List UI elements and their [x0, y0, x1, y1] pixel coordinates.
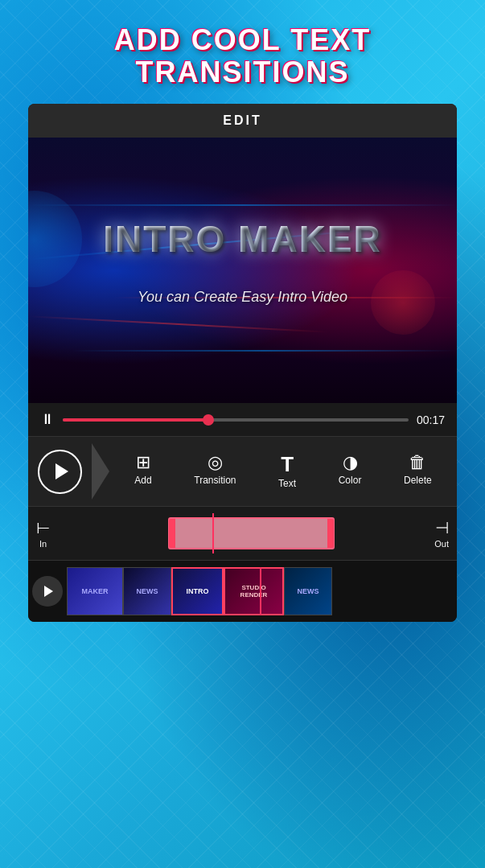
text-label: Text — [278, 478, 296, 489]
film-thumb-1[interactable]: MAKER — [67, 567, 123, 615]
filmstrip-area: MAKER NEWS INTRO STUDIORENDER NE — [28, 560, 457, 622]
add-label: Add — [134, 475, 151, 486]
video-preview: INTRO MAKER You can Create Easy Intro Vi… — [28, 138, 457, 403]
progress-thumb[interactable] — [203, 414, 214, 426]
tool-add[interactable]: ⊞ Add — [134, 454, 151, 489]
color-icon: ◑ — [343, 454, 358, 471]
video-subtitle: You can Create Easy Intro Video — [138, 289, 347, 306]
transition-icon: ◎ — [208, 454, 223, 471]
in-label: In — [39, 539, 47, 549]
clip-block[interactable] — [168, 517, 334, 549]
film-thumb-5-content: NEWS — [285, 568, 331, 615]
video-title: INTRO MAKER — [103, 217, 382, 261]
filmstrip-play-button[interactable] — [32, 576, 63, 607]
time-display: 00:17 — [417, 413, 445, 426]
film-thumb-3-content: INTRO — [173, 569, 222, 614]
filmstrip-play-icon — [44, 586, 53, 597]
toolbar-divider — [92, 443, 109, 500]
film-thumb-3[interactable]: INTRO — [171, 567, 224, 615]
filmstrip-track[interactable]: MAKER NEWS INTRO STUDIORENDER NE — [67, 567, 453, 615]
clip-handle-right[interactable] — [327, 519, 334, 548]
text-icon: T — [281, 454, 294, 475]
tool-items: ⊞ Add ◎ Transition T Text ◑ Color 🗑 Dele… — [109, 454, 457, 489]
transition-label: Transition — [194, 475, 236, 486]
delete-label: Delete — [404, 475, 432, 486]
in-icon: ⊢ — [36, 518, 50, 537]
film-thumb-5[interactable]: NEWS — [284, 567, 332, 615]
film-thumb-1-content: MAKER — [68, 568, 122, 615]
tool-transition[interactable]: ◎ Transition — [194, 454, 236, 489]
tool-color[interactable]: ◑ Color — [339, 454, 362, 489]
playback-bar: ⏸ 00:17 — [28, 403, 457, 436]
tool-delete[interactable]: 🗑 Delete — [404, 454, 432, 489]
toolbar: ⊞ Add ◎ Transition T Text ◑ Color 🗑 Dele… — [28, 436, 457, 506]
play-button[interactable] — [38, 450, 82, 494]
app-frame: EDIT INTRO MAKER You can Create Easy Int… — [28, 104, 457, 622]
timeline-in-button[interactable]: ⊢ In — [28, 518, 58, 549]
pause-button[interactable]: ⏸ — [40, 411, 55, 428]
film-thumb-4-content: STUDIORENDER — [225, 569, 282, 614]
film-thumb-2-content: NEWS — [124, 568, 171, 615]
progress-fill — [63, 418, 208, 422]
timeline-track[interactable] — [58, 513, 426, 553]
filmstrip-playhead — [260, 567, 261, 615]
clip-handle-left[interactable] — [169, 519, 175, 548]
playhead-line — [212, 513, 214, 553]
color-label: Color — [339, 475, 362, 486]
edit-header: EDIT — [28, 104, 457, 138]
light-lines — [28, 138, 457, 403]
progress-track[interactable] — [63, 418, 409, 422]
add-icon: ⊞ — [136, 454, 150, 471]
headline: ADD COOL TEXT TRANSITIONS — [0, 0, 485, 104]
film-thumb-2[interactable]: NEWS — [123, 567, 171, 615]
tool-text[interactable]: T Text — [278, 454, 296, 489]
play-icon — [55, 463, 68, 479]
out-icon: ⊣ — [435, 518, 449, 537]
film-thumb-4[interactable]: STUDIORENDER — [224, 567, 284, 615]
out-label: Out — [434, 539, 449, 549]
timeline-out-button[interactable]: ⊣ Out — [426, 518, 457, 549]
delete-icon: 🗑 — [409, 454, 426, 471]
timeline-area: ⊢ In ⊣ Out — [28, 506, 457, 560]
